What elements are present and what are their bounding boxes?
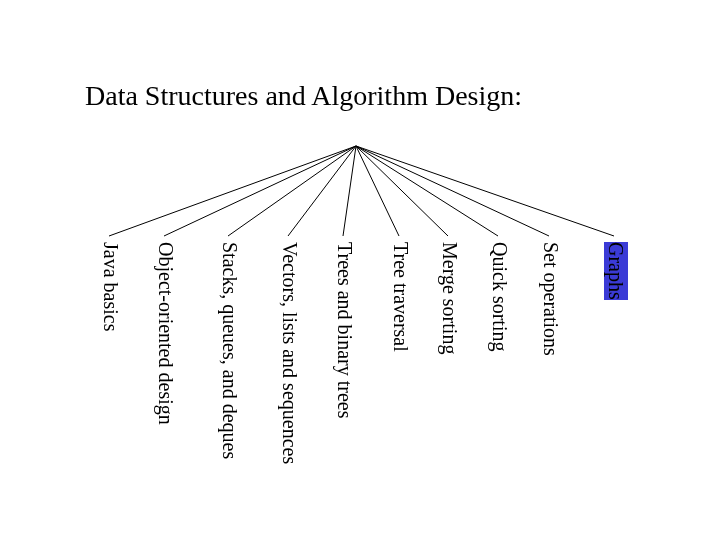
topic-item: Set operations	[539, 242, 562, 356]
topic-item: Java basics	[99, 242, 122, 331]
topic-item: Tree traversal	[389, 242, 412, 352]
topic-item: Merge sorting	[438, 242, 461, 354]
topic-item: Vectors, lists and sequences	[278, 242, 301, 464]
topic-item: Trees and binary trees	[333, 242, 356, 418]
svg-line-8	[356, 146, 549, 236]
svg-line-3	[288, 146, 356, 236]
topic-item: Graphs	[604, 242, 627, 300]
svg-line-6	[356, 146, 448, 236]
svg-line-1	[164, 146, 356, 236]
topic-item: Stacks, queues, and deques	[218, 242, 241, 459]
topic-item: Quick sorting	[488, 242, 511, 351]
svg-line-0	[109, 146, 356, 236]
svg-line-4	[343, 146, 356, 236]
topic-item: Object-oriented design	[154, 242, 177, 425]
topic-label-highlight: Graphs	[604, 242, 628, 300]
svg-line-2	[228, 146, 356, 236]
svg-line-9	[356, 146, 614, 236]
